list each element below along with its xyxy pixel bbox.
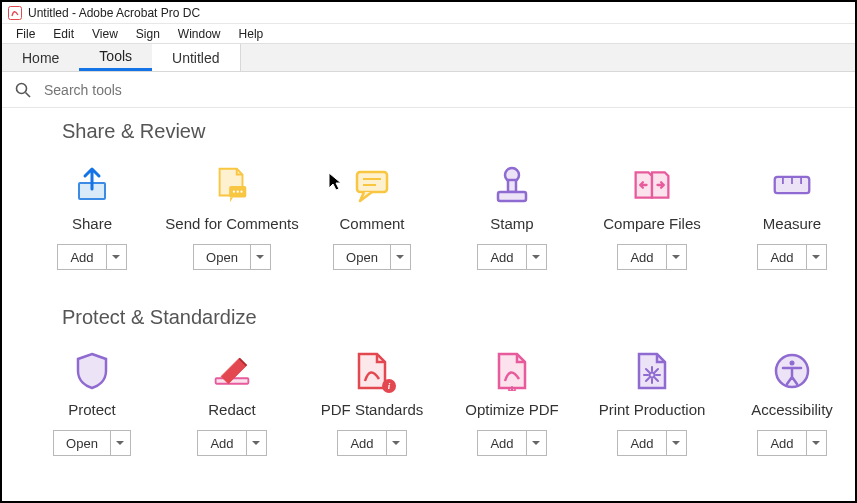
tool-label: Accessibility bbox=[751, 401, 833, 418]
dropdown-button[interactable] bbox=[527, 244, 547, 270]
send-comments-icon bbox=[212, 165, 252, 205]
dropdown-button[interactable] bbox=[667, 244, 687, 270]
searchbar bbox=[2, 72, 855, 108]
menu-window[interactable]: Window bbox=[170, 25, 229, 43]
svg-rect-13 bbox=[498, 192, 526, 201]
tool-send-for-comments[interactable]: Send for Comments Open bbox=[162, 165, 302, 270]
titlebar: Untitled - Adobe Acrobat Pro DC bbox=[2, 2, 855, 24]
svg-rect-12 bbox=[508, 180, 516, 192]
dropdown-button[interactable] bbox=[667, 430, 687, 456]
svg-point-5 bbox=[233, 191, 235, 193]
search-input[interactable] bbox=[42, 81, 855, 99]
menu-sign[interactable]: Sign bbox=[128, 25, 168, 43]
tool-measure[interactable]: Measure Add bbox=[722, 165, 855, 270]
dropdown-button[interactable] bbox=[251, 244, 271, 270]
tool-label: Comment bbox=[339, 215, 404, 232]
dropdown-button[interactable] bbox=[247, 430, 267, 456]
open-button[interactable]: Open bbox=[333, 244, 391, 270]
tool-optimize-pdf[interactable]: Optimize PDF Add bbox=[442, 351, 582, 456]
tool-stamp[interactable]: Stamp Add bbox=[442, 165, 582, 270]
menu-help[interactable]: Help bbox=[231, 25, 272, 43]
dropdown-button[interactable] bbox=[387, 430, 407, 456]
tool-label: PDF Standards bbox=[321, 401, 424, 418]
svg-rect-8 bbox=[357, 172, 387, 192]
chevron-down-icon bbox=[392, 441, 400, 445]
optimize-icon bbox=[492, 351, 532, 391]
menubar: File Edit View Sign Window Help bbox=[2, 24, 855, 44]
chevron-down-icon bbox=[112, 255, 120, 259]
tabbar: Home Tools Untitled bbox=[2, 44, 855, 72]
share-icon bbox=[72, 165, 112, 205]
tool-protect[interactable]: Protect Open bbox=[22, 351, 162, 456]
tab-home[interactable]: Home bbox=[2, 44, 79, 71]
tool-label: Send for Comments bbox=[165, 215, 298, 232]
svg-point-21 bbox=[790, 361, 795, 366]
open-button[interactable]: Open bbox=[193, 244, 251, 270]
tool-share[interactable]: Share Add bbox=[22, 165, 162, 270]
add-button[interactable]: Add bbox=[757, 430, 806, 456]
add-button[interactable]: Add bbox=[477, 244, 526, 270]
add-button[interactable]: Add bbox=[337, 430, 386, 456]
tool-label: Stamp bbox=[490, 215, 533, 232]
dropdown-button[interactable] bbox=[391, 244, 411, 270]
add-button[interactable]: Add bbox=[197, 430, 246, 456]
tool-print-production[interactable]: Print Production Add bbox=[582, 351, 722, 456]
tool-accessibility[interactable]: Accessibility Add bbox=[722, 351, 855, 456]
compare-icon bbox=[632, 165, 672, 205]
tool-label: Optimize PDF bbox=[465, 401, 558, 418]
stamp-icon bbox=[492, 165, 532, 205]
tool-label: Redact bbox=[208, 401, 256, 418]
redact-icon bbox=[212, 351, 252, 391]
chevron-down-icon bbox=[532, 441, 540, 445]
tool-compare-files[interactable]: Compare Files Add bbox=[582, 165, 722, 270]
tool-label: Measure bbox=[763, 215, 821, 232]
dropdown-button[interactable] bbox=[807, 244, 827, 270]
chevron-down-icon bbox=[256, 255, 264, 259]
section-title-share-review: Share & Review bbox=[2, 112, 855, 143]
open-button[interactable]: Open bbox=[53, 430, 111, 456]
chevron-down-icon bbox=[672, 255, 680, 259]
svg-point-6 bbox=[237, 191, 239, 193]
tool-label: Compare Files bbox=[603, 215, 701, 232]
tool-label: Print Production bbox=[599, 401, 706, 418]
accessibility-icon bbox=[772, 351, 812, 391]
chevron-down-icon bbox=[116, 441, 124, 445]
dropdown-button[interactable] bbox=[111, 430, 131, 456]
dropdown-button[interactable] bbox=[527, 430, 547, 456]
add-button[interactable]: Add bbox=[617, 244, 666, 270]
chevron-down-icon bbox=[252, 441, 260, 445]
svg-point-1 bbox=[17, 83, 27, 93]
tab-document[interactable]: Untitled bbox=[152, 44, 240, 71]
chevron-down-icon bbox=[532, 255, 540, 259]
chevron-down-icon bbox=[812, 255, 820, 259]
add-button[interactable]: Add bbox=[477, 430, 526, 456]
dropdown-button[interactable] bbox=[807, 430, 827, 456]
menu-edit[interactable]: Edit bbox=[45, 25, 82, 43]
chevron-down-icon bbox=[672, 441, 680, 445]
comment-icon bbox=[352, 165, 392, 205]
tool-label: Share bbox=[72, 215, 112, 232]
measure-icon bbox=[772, 165, 812, 205]
tool-redact[interactable]: Redact Add bbox=[162, 351, 302, 456]
tool-grid-share-review: Share Add Send for Comments Open Comment… bbox=[2, 143, 855, 298]
protect-icon bbox=[72, 351, 112, 391]
window-title: Untitled - Adobe Acrobat Pro DC bbox=[28, 6, 200, 20]
add-button[interactable]: Add bbox=[757, 244, 806, 270]
search-icon bbox=[14, 81, 32, 99]
print-prod-icon bbox=[632, 351, 672, 391]
menu-file[interactable]: File bbox=[8, 25, 43, 43]
tool-grid-protect-standardize: Protect Open Redact Add PDF Standards bbox=[2, 329, 855, 484]
chevron-down-icon bbox=[396, 255, 404, 259]
dropdown-button[interactable] bbox=[107, 244, 127, 270]
add-button[interactable]: Add bbox=[617, 430, 666, 456]
add-button[interactable]: Add bbox=[57, 244, 106, 270]
tab-tools[interactable]: Tools bbox=[79, 44, 152, 71]
section-title-protect-standardize: Protect & Standardize bbox=[2, 298, 855, 329]
tool-pdf-standards[interactable]: PDF Standards Add bbox=[302, 351, 442, 456]
tools-panel: Share & Review Share Add Send for Commen… bbox=[2, 108, 855, 501]
tool-label: Protect bbox=[68, 401, 116, 418]
tool-comment[interactable]: Comment Open bbox=[302, 165, 442, 270]
pdf-standards-icon bbox=[352, 351, 392, 391]
menu-view[interactable]: View bbox=[84, 25, 126, 43]
svg-point-7 bbox=[240, 191, 242, 193]
